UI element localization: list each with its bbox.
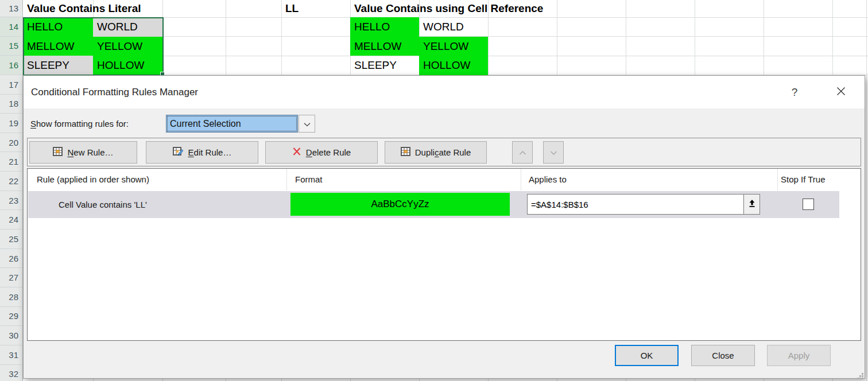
row-number[interactable]: 19 — [0, 114, 22, 133]
show-rules-label: Show formatting rules for: — [30, 115, 129, 133]
row-number[interactable]: 20 — [0, 133, 22, 153]
new-rule-label: New Rule… — [67, 147, 113, 157]
move-rule-down-button[interactable] — [543, 141, 564, 164]
row-number[interactable]: 32 — [0, 365, 22, 381]
row-number[interactable]: 15 — [0, 37, 22, 56]
new-rule-table-icon — [53, 147, 63, 158]
row-number[interactable]: 22 — [0, 172, 22, 191]
cell-G14[interactable]: WORLD — [419, 17, 488, 37]
new-rule-button[interactable]: New Rule… — [29, 141, 137, 164]
cell-E13-literal[interactable]: LL — [281, 0, 299, 17]
row-number[interactable]: 26 — [0, 249, 22, 269]
chevron-down-icon — [304, 119, 311, 129]
row-number[interactable]: 13 — [0, 0, 22, 17]
row-header-column: 13 14 15 16 17 18 19 20 21 22 23 24 25 2… — [0, 0, 23, 381]
row-number[interactable]: 29 — [0, 307, 22, 326]
row-number[interactable]: 24 — [0, 210, 22, 230]
row-number[interactable]: 18 — [0, 95, 22, 114]
scope-dropdown-arrow-button[interactable] — [299, 115, 315, 133]
row-number[interactable]: 23 — [0, 191, 22, 211]
range-picker-arrow-icon — [748, 199, 756, 209]
duplicate-rule-button[interactable]: Duplicate Rule — [385, 141, 487, 164]
row-number[interactable]: 27 — [0, 268, 22, 287]
row-number[interactable]: 30 — [0, 326, 22, 345]
delete-x-icon — [292, 147, 301, 158]
cell-A15[interactable]: MELLOW — [23, 37, 93, 56]
column-header-applies-to: Applies to — [529, 169, 567, 190]
chevron-down-icon — [550, 147, 557, 157]
resize-grip[interactable] — [857, 371, 863, 381]
row-number[interactable]: 28 — [0, 287, 22, 307]
applies-to-input[interactable] — [527, 194, 744, 215]
rule-format-preview: AaBbCcYyZz — [290, 193, 510, 216]
cell-F15[interactable]: MELLOW — [350, 37, 419, 56]
column-divider — [521, 169, 521, 190]
cell-G15[interactable]: YELLOW — [419, 37, 488, 56]
column-header-stop-if-true: Stop If True — [781, 169, 826, 190]
cell-G16[interactable]: HOLLOW — [419, 56, 488, 75]
column-header-rule: Rule (applied in order shown) — [37, 169, 149, 190]
delete-rule-label: Delete Rule — [306, 147, 351, 157]
edit-rule-button[interactable]: Edit Rule… — [146, 141, 258, 164]
row-number[interactable]: 14 — [0, 17, 22, 37]
cf-rules-manager-dialog: Conditional Formatting Rules Manager ? S… — [23, 75, 865, 379]
cell-A13-heading[interactable]: Value Contains Literal — [23, 0, 141, 17]
dialog-title: Conditional Formatting Rules Manager — [31, 76, 198, 108]
duplicate-rule-label: Duplicate Rule — [415, 147, 471, 157]
rule-description: Cell Value contains 'LL' — [59, 191, 147, 218]
cell-A16[interactable]: SLEEPY — [23, 56, 93, 75]
collapse-dialog-range-button[interactable] — [743, 194, 760, 215]
cell-B15[interactable]: YELLOW — [93, 37, 162, 56]
duplicate-rule-table-icon — [401, 147, 410, 158]
edit-rule-label: Edit Rule… — [188, 147, 232, 157]
apply-button[interactable]: Apply — [767, 345, 831, 366]
column-header-format: Format — [295, 169, 323, 190]
chevron-up-icon — [519, 147, 526, 157]
cell-F13-heading[interactable]: Value Contains using Cell Reference — [350, 0, 543, 17]
dialog-titlebar[interactable]: Conditional Formatting Rules Manager ? — [24, 76, 865, 108]
column-divider — [777, 169, 778, 190]
close-dialog-button[interactable]: Close — [691, 345, 755, 366]
help-button[interactable]: ? — [785, 83, 804, 101]
column-divider — [286, 169, 287, 190]
move-rule-up-button[interactable] — [512, 141, 533, 164]
row-number[interactable]: 17 — [0, 75, 22, 95]
edit-rule-pencil-icon — [173, 147, 184, 158]
excel-screen: 13 14 15 16 17 18 19 20 21 22 23 24 25 2… — [0, 0, 868, 381]
cell-F16[interactable]: SLEEPY — [350, 56, 419, 75]
cell-F14[interactable]: HELLO — [350, 17, 419, 37]
row-number[interactable]: 31 — [0, 345, 22, 365]
close-icon — [836, 87, 846, 98]
help-icon: ? — [792, 86, 798, 99]
rules-list: Rule (applied in order shown) Format App… — [27, 168, 861, 341]
cell-A14[interactable]: HELLO — [23, 17, 93, 37]
row-number[interactable]: 25 — [0, 230, 22, 249]
cell-B14[interactable]: WORLD — [93, 17, 162, 37]
row-number[interactable]: 21 — [0, 152, 22, 172]
gridline — [866, 0, 867, 381]
ok-button[interactable]: OK — [615, 345, 679, 366]
row-number[interactable]: 16 — [0, 56, 22, 75]
stop-if-true-checkbox[interactable] — [803, 199, 814, 210]
close-button[interactable] — [832, 83, 850, 101]
cell-B16[interactable]: HOLLOW — [93, 56, 162, 75]
rules-toolbar: New Rule… Edit Rule… Delete Rule Duplica… — [27, 138, 861, 166]
scope-dropdown[interactable]: Current Selection — [166, 115, 315, 133]
scope-dropdown-value[interactable]: Current Selection — [166, 115, 298, 133]
delete-rule-button[interactable]: Delete Rule — [265, 141, 378, 164]
rule-row-selected[interactable]: Cell Value contains 'LL' AaBbCcYyZz — [28, 191, 839, 218]
